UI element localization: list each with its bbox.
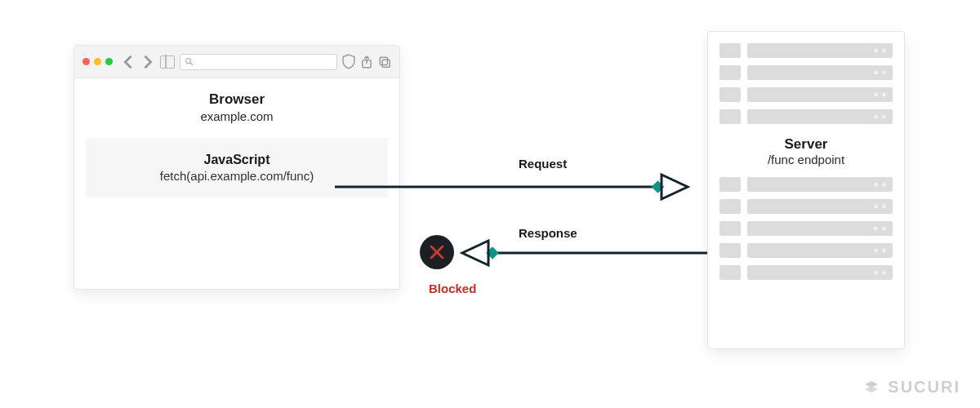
close-dot-icon xyxy=(82,58,90,65)
address-bar xyxy=(180,54,337,70)
javascript-title: JavaScript xyxy=(92,153,381,167)
server-title: Server xyxy=(719,136,893,153)
server-rack-row xyxy=(719,109,893,124)
server-endpoint: /func endpoint xyxy=(719,153,893,166)
copy-icon xyxy=(378,55,391,69)
svg-rect-6 xyxy=(652,180,665,193)
browser-domain: example.com xyxy=(86,109,388,123)
forward-icon xyxy=(140,55,155,69)
server-rack-row xyxy=(719,221,893,236)
blocked-label: Blocked xyxy=(429,282,476,295)
back-icon xyxy=(121,55,136,69)
svg-point-0 xyxy=(186,59,191,64)
search-icon xyxy=(185,57,194,66)
javascript-code: fetch(api.example.com/func) xyxy=(92,169,381,183)
svg-line-1 xyxy=(190,63,193,65)
share-icon xyxy=(360,55,373,69)
x-icon xyxy=(429,244,445,260)
brand-name: SUCURI xyxy=(888,378,960,397)
server-rack-row xyxy=(719,243,893,258)
minimize-dot-icon xyxy=(94,58,101,65)
svg-rect-8 xyxy=(486,246,499,259)
server-rack-row xyxy=(719,65,893,80)
window-controls xyxy=(82,58,113,65)
svg-rect-4 xyxy=(382,60,390,67)
sucuri-logo-icon xyxy=(862,377,881,397)
browser-toolbar xyxy=(74,46,399,78)
server-rack-row xyxy=(719,87,893,102)
browser-window: Browser example.com JavaScript fetch(api… xyxy=(74,45,400,290)
server-rack-row xyxy=(719,43,893,58)
blocked-badge xyxy=(420,235,454,269)
javascript-panel: JavaScript fetch(api.example.com/func) xyxy=(86,138,388,197)
server-rack-row xyxy=(719,265,893,280)
server-card: Server /func endpoint xyxy=(707,31,905,349)
brand-logo: SUCURI xyxy=(862,377,960,397)
response-label: Response xyxy=(519,226,577,240)
sidebar-toggle-icon xyxy=(160,55,175,69)
browser-title: Browser xyxy=(86,91,388,108)
request-label: Request xyxy=(519,157,567,171)
response-arrow xyxy=(462,241,707,265)
maximize-dot-icon xyxy=(105,58,113,65)
shield-icon xyxy=(342,55,355,69)
server-rack-row xyxy=(719,199,893,214)
svg-rect-3 xyxy=(380,57,387,64)
server-rack-row xyxy=(719,177,893,192)
